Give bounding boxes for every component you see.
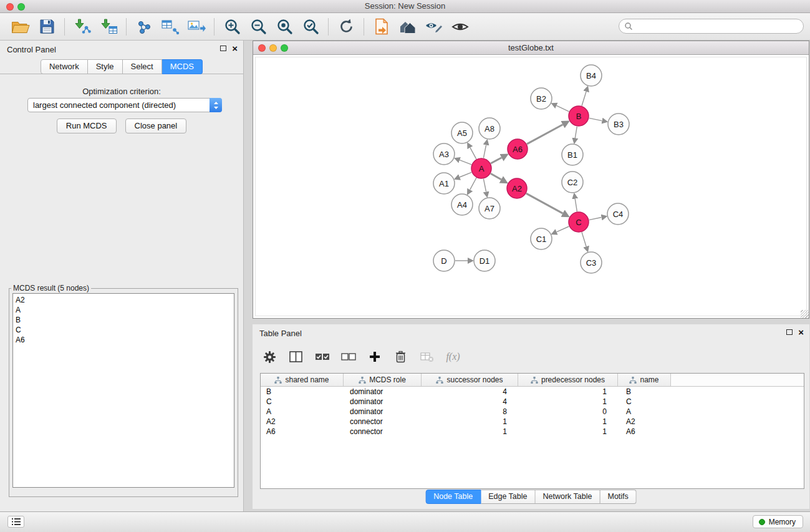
column-header-shared-name[interactable]: shared name xyxy=(261,374,344,386)
search-input[interactable] xyxy=(636,21,803,32)
graph-node-A5[interactable]: A5 xyxy=(451,122,473,143)
delete-column-button[interactable] xyxy=(392,347,409,366)
mcds-result-item[interactable]: B xyxy=(16,315,231,325)
column-header-predecessor-nodes[interactable]: predecessor nodes xyxy=(518,374,618,386)
refresh-button[interactable] xyxy=(333,15,359,39)
show-details-button[interactable] xyxy=(447,15,473,39)
mcds-result-item[interactable]: A xyxy=(16,305,231,315)
graph-node-A[interactable]: A xyxy=(471,158,491,178)
graph-node-D1[interactable]: D1 xyxy=(474,250,495,271)
open-session-button[interactable] xyxy=(7,15,34,39)
table-row[interactable]: A2connector11A2 xyxy=(261,417,804,427)
graph-edge-A-A2[interactable] xyxy=(491,173,501,180)
tab-network-table[interactable]: Network Table xyxy=(536,490,600,504)
graph-node-A3[interactable]: A3 xyxy=(433,143,455,165)
session-file-button[interactable] xyxy=(369,15,395,39)
graph-edge-C-C2[interactable] xyxy=(575,199,577,212)
graph-node-C1[interactable]: C1 xyxy=(531,228,552,249)
criterion-dropdown[interactable]: largest connected component (directed) xyxy=(27,98,222,112)
graph-node-A2[interactable]: A2 xyxy=(507,178,527,198)
graph-node-B1[interactable]: B1 xyxy=(562,144,583,165)
import-network-button[interactable] xyxy=(69,15,95,39)
close-table-panel-icon[interactable]: × xyxy=(798,329,804,336)
graph-node-A8[interactable]: A8 xyxy=(479,118,500,139)
graph-node-B[interactable]: B xyxy=(569,106,589,126)
graph-edge-B-B1[interactable] xyxy=(575,127,577,138)
column-header-successor-nodes[interactable]: successor nodes xyxy=(422,374,518,386)
graph-node-A4[interactable]: A4 xyxy=(451,194,473,215)
fullscreen-traffic-light-icon[interactable] xyxy=(17,3,25,11)
run-mcds-button[interactable]: Run MCDS xyxy=(57,118,117,133)
network-canvas[interactable]: B4B2BB3A8A5A6A3B1AC2A1A2A4A7C4CC1DD1C3 xyxy=(253,55,809,318)
table-settings-button[interactable] xyxy=(261,347,278,366)
graph-node-C4[interactable]: C4 xyxy=(607,203,629,225)
mcds-result-item[interactable]: C xyxy=(16,325,231,335)
tab-edge-table[interactable]: Edge Table xyxy=(481,490,535,504)
graph-edge-A-A3[interactable] xyxy=(460,160,471,165)
zoom-in-button[interactable] xyxy=(219,15,245,39)
table-row[interactable]: A6connector11A6 xyxy=(261,427,804,437)
graph-edge-A-A6[interactable] xyxy=(491,158,501,163)
graph-node-B2[interactable]: B2 xyxy=(531,88,552,109)
graph-node-A7[interactable]: A7 xyxy=(479,198,500,219)
tab-select[interactable]: Select xyxy=(123,59,162,74)
new-network-button[interactable] xyxy=(131,15,157,39)
delete-table-button[interactable] xyxy=(418,347,435,366)
close-panel-button[interactable]: Close panel xyxy=(125,118,187,133)
graph-edge-B-B4[interactable] xyxy=(582,92,586,106)
column-visibility-button[interactable] xyxy=(287,347,304,366)
tab-motifs[interactable]: Motifs xyxy=(600,490,636,504)
import-table-button[interactable] xyxy=(95,15,122,39)
graph-edge-A-A1[interactable] xyxy=(460,172,471,177)
table-row[interactable]: Bdominator41B xyxy=(261,387,804,397)
graph-edge-C-C4[interactable] xyxy=(589,218,602,220)
table-row[interactable]: Adominator80A xyxy=(261,407,804,417)
column-header-name[interactable]: name xyxy=(618,374,671,386)
graph-edge-C-C3[interactable] xyxy=(582,232,586,246)
function-builder-button[interactable]: f(x) xyxy=(445,347,461,366)
graph-node-A1[interactable]: A1 xyxy=(433,173,455,194)
close-traffic-light-icon[interactable] xyxy=(6,3,14,11)
select-all-rows-button[interactable] xyxy=(314,347,330,366)
column-header-mcds-role[interactable]: MCDS role xyxy=(344,374,422,386)
graph-node-C3[interactable]: C3 xyxy=(581,252,602,273)
graph-edge-A-A7[interactable] xyxy=(483,179,486,192)
graph-edge-A-A5[interactable] xyxy=(470,148,476,159)
graph-node-B4[interactable]: B4 xyxy=(581,65,602,86)
task-history-button[interactable] xyxy=(7,516,24,528)
search-box[interactable] xyxy=(619,19,804,34)
zoom-out-button[interactable] xyxy=(245,15,271,39)
graph-node-D[interactable]: D xyxy=(433,250,455,271)
zoom-fit-button[interactable] xyxy=(271,15,297,39)
graph-edge-A2-C[interactable] xyxy=(526,193,563,213)
float-table-panel-icon[interactable] xyxy=(786,329,793,335)
network-fullscreen-traffic-light-icon[interactable] xyxy=(281,44,288,52)
graph-edge-A6-B[interactable] xyxy=(527,125,563,144)
resize-handle[interactable] xyxy=(801,310,809,318)
graph-edge-A-A8[interactable] xyxy=(483,145,486,158)
mcds-result-list[interactable]: A2ABCA6 xyxy=(12,293,234,488)
network-minimize-traffic-light-icon[interactable] xyxy=(269,44,277,52)
save-session-button[interactable] xyxy=(34,15,60,39)
network-svg[interactable]: B4B2BB3A8A5A6A3B1AC2A1A2A4A7C4CC1DD1C3 xyxy=(253,55,809,317)
zoom-selected-button[interactable] xyxy=(297,15,324,39)
mcds-result-item[interactable]: A2 xyxy=(16,295,231,305)
tab-style[interactable]: Style xyxy=(88,59,123,74)
export-image-button[interactable] xyxy=(183,15,210,39)
add-column-button[interactable] xyxy=(366,347,383,366)
graph-node-B3[interactable]: B3 xyxy=(608,114,629,135)
float-panel-icon[interactable] xyxy=(220,46,226,51)
network-close-traffic-light-icon[interactable] xyxy=(258,44,266,52)
graph-node-C[interactable]: C xyxy=(569,212,589,232)
graph-node-C2[interactable]: C2 xyxy=(562,172,583,193)
hide-details-button[interactable] xyxy=(421,15,447,39)
deselect-all-rows-button[interactable] xyxy=(340,347,357,366)
graph-edge-B-B3[interactable] xyxy=(589,118,602,120)
graph-edge-B-B2[interactable] xyxy=(557,105,569,111)
graph-node-A6[interactable]: A6 xyxy=(508,139,528,159)
graph-edge-C-C1[interactable] xyxy=(557,226,569,232)
close-panel-icon[interactable]: × xyxy=(232,45,238,52)
home-button[interactable] xyxy=(395,15,421,39)
tab-node-table[interactable]: Node Table xyxy=(425,490,481,504)
tab-mcds[interactable]: MCDS xyxy=(162,59,203,74)
